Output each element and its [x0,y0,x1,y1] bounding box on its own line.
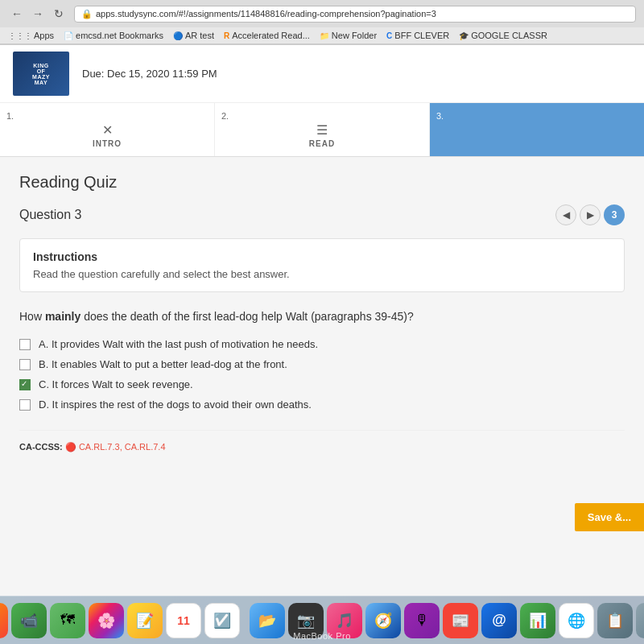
question-label: Question 3 [19,208,81,222]
question-bold-word: mainly [45,310,80,323]
back-button[interactable]: ← [8,5,26,23]
book-title-cover: KINGOFMAZYMAY [32,63,50,85]
reload-button[interactable]: ↻ [50,5,68,23]
instructions-box: Instructions Read the question carefully… [19,238,625,292]
answer-text-b: B. It enables Walt to put a better lead-… [39,358,287,370]
save-button[interactable]: Save &... [575,503,644,531]
apps-label: Apps [34,31,54,40]
prev-question-button[interactable]: ◀ [555,204,576,225]
question-header: Question 3 ◀ ▶ 3 [19,204,625,225]
ar-icon: 🔵 [173,31,183,40]
checkbox-c[interactable] [19,379,31,390]
lock-icon: 🔒 [81,9,93,19]
question-counter: 3 [604,204,625,225]
browser-titlebar: ← → ↻ 🔒 apps.studysync.com/#!/assignment… [0,0,644,27]
question-text: How mainly does the death of the first l… [19,308,625,325]
ar-label: AR test [185,31,214,40]
bookmark-ar-test[interactable]: 🔵 AR test [173,31,214,40]
step-intro[interactable]: 1. ✕ INTRO [0,103,215,156]
question-nav: ◀ ▶ 3 [555,204,625,225]
step-quiz[interactable]: 3. [430,103,644,156]
steps-navigation: 1. ✕ INTRO 2. ☰ READ 3. [0,103,644,157]
checkbox-b[interactable] [19,359,31,370]
page-content: KINGOFMAZYMAY Due: Dec 15, 2020 11:59 PM… [0,45,644,596]
browser-window: ← → ↻ 🔒 apps.studysync.com/#!/assignment… [0,0,644,596]
book-cover: KINGOFMAZYMAY [13,52,69,96]
answer-option-c[interactable]: C. It forces Walt to seek revenge. [19,378,625,390]
emcsd-label: emcsd.net Bookmarks [76,31,163,40]
bookmark-bff-clever[interactable]: C BFF CLEVER [386,31,449,40]
clever-icon: C [386,31,392,40]
answer-text-d: D. It inspires the rest of the dogs to a… [39,398,312,411]
bookmark-google[interactable]: 🎓 GOOGLE CLASSR [459,31,547,40]
forward-button[interactable]: → [29,5,47,23]
instructions-text: Read the question carefully and select t… [33,268,611,280]
checkbox-a[interactable] [19,339,31,350]
checkbox-d[interactable] [19,399,31,411]
bff-clever-label: BFF CLEVER [394,31,449,40]
answer-text-a: A. It provides Walt with the last push o… [39,338,318,350]
google-label: GOOGLE CLASSR [471,31,547,40]
step-2-icon: ☰ [221,122,423,138]
answer-option-a[interactable]: A. It provides Walt with the last push o… [19,338,625,350]
answer-option-d[interactable]: D. It inspires the rest of the dogs to a… [19,398,625,411]
bookmark-accelerated[interactable]: R Accelerated Read... [224,31,310,40]
standards-values[interactable]: CA.RL.7.3, CA.RL.7.4 [79,442,166,452]
book-header: KINGOFMAZYMAY Due: Dec 15, 2020 11:59 PM [0,45,644,103]
step-2-number: 2. [221,111,423,121]
quiz-area: Reading Quiz Question 3 ◀ ▶ 3 Instructio… [0,157,644,596]
answer-options: A. It provides Walt with the last push o… [19,338,625,411]
google-icon: 🎓 [459,31,469,40]
answer-option-b[interactable]: B. It enables Walt to put a better lead-… [19,358,625,370]
answer-text-c: C. It forces Walt to seek revenge. [39,378,193,390]
bookmark-apps[interactable]: ⋮⋮⋮ Apps [8,31,54,40]
nav-buttons: ← → ↻ [8,5,68,23]
accelerated-label: Accelerated Read... [232,31,310,40]
next-question-button[interactable]: ▶ [580,204,601,225]
browser-chrome: ← → ↻ 🔒 apps.studysync.com/#!/assignment… [0,0,644,45]
step-1-number: 1. [6,111,208,121]
accelerated-icon: R [224,31,229,40]
step-1-icon: ✕ [6,122,208,138]
folder-icon: 📁 [320,31,329,40]
address-bar[interactable]: 🔒 apps.studysync.com/#!/assignments/1148… [74,6,636,23]
book-due-date: Due: Dec 15, 2020 11:59 PM [82,68,217,80]
instructions-title: Instructions [33,250,611,263]
new-folder-label: New Folder [332,31,377,40]
standards-dot: 🔴 [65,442,79,452]
apps-grid-icon: ⋮⋮⋮ [8,31,32,40]
step-3-number: 3. [436,111,638,121]
macbook-label: MacBook Pro [0,631,644,641]
url-text: apps.studysync.com/#!/assignments/114848… [96,9,436,19]
bookmark-new-folder[interactable]: 📁 New Folder [320,31,377,40]
step-1-label: INTRO [6,139,208,148]
quiz-title: Reading Quiz [19,173,625,192]
bookmarks-bar: ⋮⋮⋮ Apps 📄 emcsd.net Bookmarks 🔵 AR test… [0,27,644,44]
standards-bar: CA-CCSS: 🔴 CA.RL.7.3, CA.RL.7.4 [19,430,625,452]
standards-label: CA-CCSS: [19,442,63,452]
step-read[interactable]: 2. ☰ READ [215,103,430,156]
bookmark-emcsd[interactable]: 📄 emcsd.net Bookmarks [64,31,163,40]
step-2-label: READ [221,139,423,148]
emcsd-icon: 📄 [64,31,73,40]
